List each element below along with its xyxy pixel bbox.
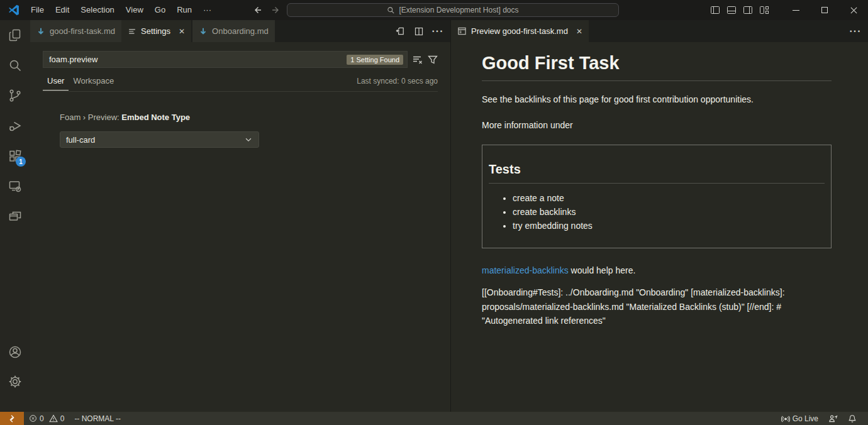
menu-file[interactable]: File xyxy=(25,0,50,20)
settings-scope-tabs: User Workspace Last synced: 0 secs ago xyxy=(43,75,438,92)
setting-title-name: Embed Note Type xyxy=(121,113,190,122)
settings-gear-icon[interactable] xyxy=(0,367,30,397)
errors-icon xyxy=(29,414,37,422)
right-tab-bar: Preview good-first-task.md ✕ ··· xyxy=(451,20,868,42)
settings-found-badge: 1 Setting Found xyxy=(347,55,403,65)
toggle-primary-sidebar-icon[interactable] xyxy=(707,0,723,20)
menu-run[interactable]: Run xyxy=(171,0,198,20)
preview-paragraph: materialized-backlinks would help here. xyxy=(482,265,832,275)
open-settings-json-icon[interactable] xyxy=(392,24,408,39)
status-bar: 0 0 -- NORMAL -- Go Live xyxy=(0,412,868,425)
more-actions-icon[interactable]: ··· xyxy=(848,24,863,39)
embedded-note-card: Tests create a note create backlinks try… xyxy=(482,145,832,248)
problems-status[interactable]: 0 0 xyxy=(24,412,69,425)
tab-label: Preview good-first-task.md xyxy=(471,26,568,36)
search-view-icon[interactable] xyxy=(0,50,30,80)
go-live-button[interactable]: Go Live xyxy=(776,412,823,425)
settings-search-value: foam.preview xyxy=(49,55,347,64)
tab-label: Onboarding.md xyxy=(212,26,269,36)
source-control-icon[interactable] xyxy=(0,80,30,111)
maximize-icon[interactable] xyxy=(810,0,839,20)
menu-more[interactable]: ··· xyxy=(198,0,217,20)
menu-bar: File Edit Selection View Go Run ··· xyxy=(25,0,217,20)
markdown-preview: Good First Task See the backlinks of thi… xyxy=(482,42,832,412)
run-debug-icon[interactable] xyxy=(0,111,30,141)
filter-icon[interactable] xyxy=(428,55,438,65)
tab-close-icon[interactable]: ✕ xyxy=(179,27,185,36)
settings-list-icon xyxy=(128,27,136,36)
menu-view[interactable]: View xyxy=(120,0,149,20)
title-bar: File Edit Selection View Go Run ··· [Ext… xyxy=(0,0,868,20)
settings-body: foam.preview 1 Setting Found User Worksp… xyxy=(30,42,450,412)
link-suffix: would help here. xyxy=(569,265,636,275)
vscode-window: File Edit Selection View Go Run ··· [Ext… xyxy=(0,0,868,425)
remote-explorer-icon[interactable] xyxy=(0,171,30,201)
tab-settings[interactable]: Settings ✕ xyxy=(121,20,191,42)
tab-close-icon[interactable]: ✕ xyxy=(576,27,582,36)
open-preview-icon xyxy=(457,26,467,36)
left-tab-bar: good-first-task.md Settings ✕ Onboarding… xyxy=(30,20,450,42)
minimize-icon[interactable] xyxy=(781,0,810,20)
forward-icon[interactable] xyxy=(269,3,283,17)
preview-paragraph: See the backlinks of this page for good … xyxy=(482,94,832,104)
tab-onboarding[interactable]: Onboarding.md xyxy=(192,20,275,42)
setting-title: Foam › Preview: Embed Note Type xyxy=(60,113,190,122)
link-references-text: [[Onboarding#Tests]: ../Onboarding.md "O… xyxy=(482,285,832,328)
customize-layout-icon[interactable] xyxy=(756,0,772,20)
warnings-icon xyxy=(49,414,58,422)
scope-tab-user[interactable]: User xyxy=(43,75,69,91)
tab-preview[interactable]: Preview good-first-task.md ✕ xyxy=(451,20,589,42)
tab-good-first-task[interactable]: good-first-task.md xyxy=(30,20,121,42)
chevron-down-icon xyxy=(244,135,253,144)
command-center-label: [Extension Development Host] docs xyxy=(399,6,518,14)
materialized-backlinks-link[interactable]: materialized-backlinks xyxy=(482,265,569,275)
divider xyxy=(489,183,825,184)
clear-filters-icon[interactable] xyxy=(412,55,423,65)
accounts-icon[interactable] xyxy=(0,337,30,367)
windows-view-icon[interactable] xyxy=(0,201,30,231)
more-actions-icon[interactable]: ··· xyxy=(430,24,445,39)
scope-tab-workspace[interactable]: Workspace xyxy=(69,75,118,90)
settings-search-input[interactable]: foam.preview 1 Setting Found xyxy=(43,51,408,68)
titlebar-spacer xyxy=(772,0,781,20)
toggle-panel-icon[interactable] xyxy=(723,0,740,20)
preview-editor-group: Preview good-first-task.md ✕ ··· Good Fi… xyxy=(451,20,868,412)
broadcast-icon xyxy=(781,414,790,423)
preview-paragraph: More information under xyxy=(482,120,832,130)
preview-title: Good First Task xyxy=(482,53,832,74)
warnings-count: 0 xyxy=(60,414,65,423)
close-window-icon[interactable] xyxy=(839,0,868,20)
tab-label: Settings xyxy=(141,26,170,36)
list-item: try embedding notes xyxy=(513,221,825,231)
menu-go[interactable]: Go xyxy=(149,0,171,20)
settings-editor-group: good-first-task.md Settings ✕ Onboarding… xyxy=(30,20,450,412)
split-editor-icon[interactable] xyxy=(411,24,426,39)
vim-mode-label: -- NORMAL -- xyxy=(74,414,121,423)
embed-note-type-select[interactable]: full-card xyxy=(60,131,259,148)
remote-indicator[interactable] xyxy=(0,412,24,425)
tab-label: good-first-task.md xyxy=(50,26,115,36)
vscode-logo-icon xyxy=(8,4,20,16)
last-synced-label: Last synced: 0 secs ago xyxy=(357,75,438,86)
vim-mode-indicator[interactable]: -- NORMAL -- xyxy=(69,412,126,425)
live-share-button[interactable] xyxy=(823,412,843,425)
explorer-icon[interactable] xyxy=(0,20,30,50)
go-live-label: Go Live xyxy=(793,414,818,423)
share-person-icon xyxy=(828,414,838,423)
extensions-badge: 1 xyxy=(16,157,26,167)
menu-edit[interactable]: Edit xyxy=(50,0,75,20)
activity-bar: 1 xyxy=(0,20,30,412)
setting-title-prefix: Foam › Preview: xyxy=(60,113,121,122)
extensions-icon[interactable]: 1 xyxy=(0,141,30,171)
command-center[interactable]: [Extension Development Host] docs xyxy=(287,3,619,17)
embedded-note-list: create a note create backlinks try embed… xyxy=(489,193,825,231)
markdown-file-icon xyxy=(36,27,45,36)
back-icon[interactable] xyxy=(250,3,264,17)
search-icon xyxy=(387,6,395,14)
embedded-note-title: Tests xyxy=(489,162,825,177)
menu-selection[interactable]: Selection xyxy=(75,0,120,20)
list-item: create backlinks xyxy=(513,207,825,217)
embed-note-type-value: full-card xyxy=(66,135,95,145)
toggle-secondary-sidebar-icon[interactable] xyxy=(740,0,756,20)
notifications-bell-icon[interactable] xyxy=(843,412,862,425)
